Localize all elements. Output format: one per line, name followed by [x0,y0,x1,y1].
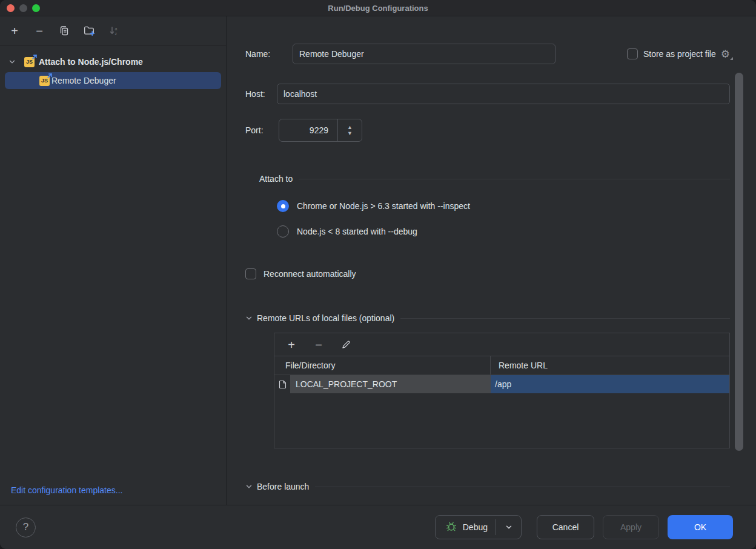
ok-button[interactable]: OK [668,515,733,539]
tree-group-label: Attach to Node.js/Chrome [39,57,143,67]
title-bar: Run/Debug Configurations [0,0,756,16]
copy-configuration-icon[interactable] [58,25,70,37]
remote-urls-table: + − File/Directory Remote URL [274,333,730,448]
bug-icon [445,521,457,534]
attach-option-debug[interactable]: Node.js < 8 started with --debug [277,225,730,238]
column-header-remote-url[interactable]: Remote URL [491,356,729,374]
sidebar-toolbar: + − [0,16,226,45]
file-icon [274,375,290,393]
port-row: Port: 9229 ▲ ▼ [245,119,730,142]
run-debug-configurations-dialog: Run/Debug Configurations + − [0,0,756,549]
configurations-sidebar: + − [0,16,227,505]
table-toolbar: + − [274,333,729,356]
column-header-file-directory[interactable]: File/Directory [274,356,491,374]
debug-dropdown-button[interactable] [496,516,521,539]
host-input[interactable] [277,84,730,104]
port-spin-buttons[interactable]: ▲ ▼ [337,119,362,141]
spin-down-icon[interactable]: ▼ [347,131,353,136]
store-as-project-file-checkbox[interactable] [627,48,638,59]
table-header: File/Directory Remote URL [274,356,729,375]
section-divider [315,487,730,487]
chevron-down-icon[interactable] [8,58,16,65]
chevron-down-icon[interactable] [245,314,253,322]
attach-option-inspect-label: Chrome or Node.js > 6.3 started with --i… [297,201,470,211]
remote-urls-section-header[interactable]: Remote URLs of local files (optional) [245,312,730,324]
window-title: Run/Debug Configurations [328,4,428,13]
remote-urls-title: Remote URLs of local files (optional) [257,313,394,323]
section-divider [400,318,730,319]
svg-text:a: a [114,27,117,31]
zoom-window-button[interactable] [32,4,40,12]
reconnect-automatically-checkbox[interactable] [245,268,256,279]
name-input[interactable] [293,44,555,64]
remove-configuration-icon[interactable]: − [33,25,45,37]
radio-selected-icon[interactable] [277,200,289,212]
tree-item-remote-debuger[interactable]: JS Remote Debuger [5,72,221,89]
attach-to-section-header: Attach to [259,173,730,185]
traffic-lights [7,4,40,12]
sort-configurations-icon: a z [108,25,120,37]
section-divider [299,179,730,179]
radio-unselected-icon[interactable] [277,225,289,238]
chevron-down-icon[interactable] [245,483,253,490]
host-row: Host: [245,84,730,104]
close-window-button[interactable] [7,4,15,12]
tree-item-label: Remote Debuger [51,76,116,85]
reconnect-row: Reconnect automatically [245,268,730,279]
port-stepper[interactable]: 9229 ▲ ▼ [279,119,362,142]
apply-button: Apply [603,515,659,539]
name-row: Name: Store as project file ⚙ [245,44,730,64]
reconnect-automatically-label: Reconnect automatically [264,269,356,279]
remove-mapping-icon[interactable]: − [313,339,325,351]
port-label: Port: [245,125,279,135]
configuration-editor: Name: Store as project file ⚙ Host: Port… [227,16,756,505]
before-launch-section-header[interactable]: Before launch [245,481,730,493]
attach-option-inspect[interactable]: Chrome or Node.js > 6.3 started with --i… [277,200,730,212]
dialog-footer: ? Debug [0,505,756,549]
store-as-project-file-group: Store as project file ⚙ [627,48,730,59]
add-configuration-icon[interactable]: + [8,25,21,37]
help-button[interactable]: ? [16,517,36,537]
configurations-tree: JS Attach to Node.js/Chrome JS Remote De… [0,45,226,89]
remote-url-cell[interactable]: /app [491,375,729,393]
javascript-debug-icon: JS [24,57,35,67]
javascript-debug-icon: JS [39,76,50,86]
table-row[interactable]: LOCAL_PROJECT_ROOT /app [274,375,729,393]
file-directory-cell[interactable]: LOCAL_PROJECT_ROOT [274,375,491,393]
attach-option-debug-label: Node.js < 8 started with --debug [297,227,417,236]
debug-split-button[interactable]: Debug [435,515,522,539]
cancel-button[interactable]: Cancel [537,515,594,539]
edit-configuration-templates-link[interactable]: Edit configuration templates... [11,485,226,495]
vertical-scrollbar[interactable] [735,73,743,451]
debug-button-label: Debug [463,522,488,532]
attach-to-title: Attach to [259,174,293,184]
tree-group-node-js-chrome[interactable]: JS Attach to Node.js/Chrome [0,53,226,71]
edit-mapping-icon[interactable] [340,339,352,351]
footer-buttons: Debug Cancel Apply OK [435,515,733,539]
host-label: Host: [245,89,277,99]
gear-icon[interactable]: ⚙ [721,49,730,59]
debug-button[interactable]: Debug [436,516,496,539]
svg-text:z: z [114,32,117,36]
spin-up-icon[interactable]: ▲ [347,125,353,130]
name-label: Name: [245,49,293,59]
add-mapping-icon[interactable]: + [285,339,297,351]
store-as-project-file-label: Store as project file [643,49,716,59]
new-folder-icon[interactable] [83,25,95,37]
port-value[interactable]: 9229 [279,119,337,141]
before-launch-title: Before launch [257,482,309,491]
minimize-window-button [19,4,27,12]
file-directory-value[interactable]: LOCAL_PROJECT_ROOT [290,375,491,393]
